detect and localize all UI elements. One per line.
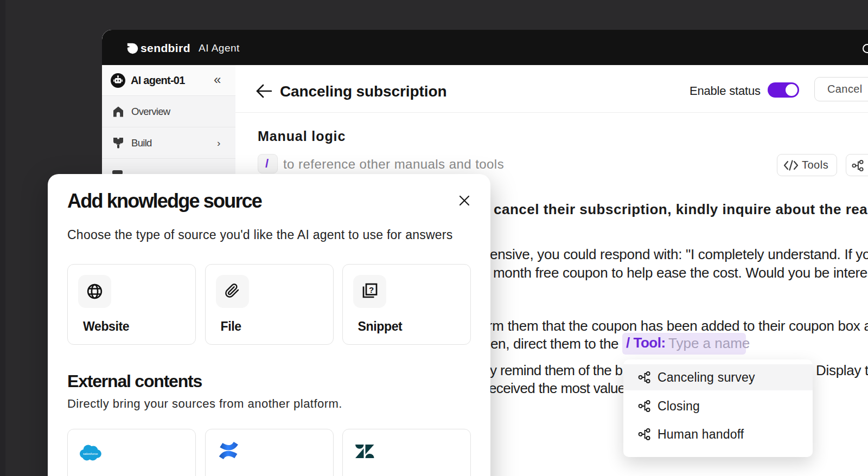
svg-text:?: ? [369,285,374,294]
svg-text:salesforce: salesforce [83,452,98,455]
